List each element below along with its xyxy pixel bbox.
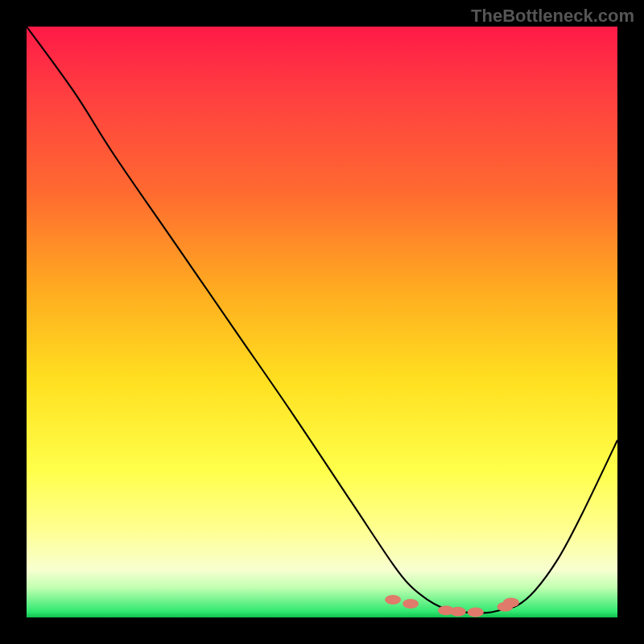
watermark-label: TheBottleneck.com — [471, 6, 634, 27]
marker-dot — [468, 607, 484, 617]
main-curve — [27, 27, 617, 613]
marker-dot — [450, 607, 466, 617]
marker-dot — [385, 595, 401, 605]
marker-dot — [402, 599, 419, 609]
curve-markers — [385, 595, 519, 617]
marker-dot — [503, 598, 519, 608]
chart-container: TheBottleneck.com — [0, 0, 644, 644]
curve-svg — [27, 27, 617, 617]
